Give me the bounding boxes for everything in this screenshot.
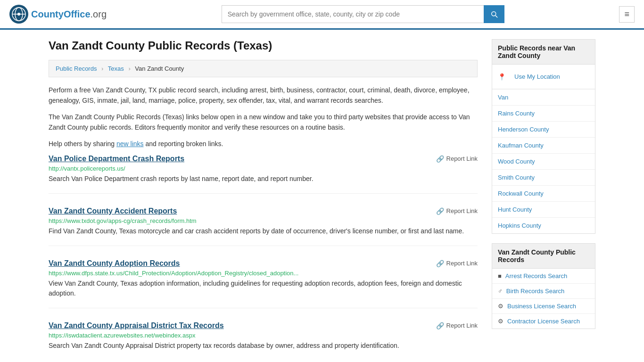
search-icon (490, 10, 498, 18)
record-title[interactable]: Van Zandt County Accident Reports (49, 207, 177, 215)
report-icon: 🔗 (436, 155, 444, 163)
search-button[interactable] (484, 5, 504, 23)
records-link[interactable]: Arrest Records Search (505, 272, 568, 280)
nearby-list-item[interactable]: Wood County (492, 154, 595, 170)
record-header: Van Zandt County Accident Reports 🔗 Repo… (49, 207, 478, 215)
records-link[interactable]: Birth Records Search (506, 288, 565, 295)
report-link-label: Report Link (446, 207, 478, 214)
nearby-list-item[interactable]: Kaufman County (492, 138, 595, 154)
nearby-link[interactable]: Rockwall County (492, 186, 595, 201)
record-desc: Search Van Zandt County Appraisal Distri… (49, 341, 478, 351)
report-link-button[interactable]: 🔗 Report Link (436, 155, 478, 163)
nearby-list-item[interactable]: Van (492, 90, 595, 106)
record-title[interactable]: Van Zandt County Appraisal District Tax … (49, 321, 224, 330)
record-header: Van Zandt County Adoption Records 🔗 Repo… (49, 259, 478, 268)
breadcrumb-public-records[interactable]: Public Records (56, 65, 97, 72)
record-desc: Search Van Police Department crash repor… (49, 174, 478, 184)
sidebar: Public Records near Van Zandt County 📍 U… (492, 39, 595, 362)
logo-icon (9, 5, 28, 24)
report-link-label: Report Link (446, 155, 478, 162)
nearby-link[interactable]: Wood County (492, 154, 595, 169)
nearby-link[interactable]: Henderson County (492, 122, 595, 137)
hamburger-button[interactable]: ≡ (619, 6, 635, 23)
records-link-item[interactable]: ■ Arrest Records Search (492, 269, 595, 284)
breadcrumb-texas[interactable]: Texas (108, 65, 124, 72)
search-area (222, 5, 504, 23)
report-link-button[interactable]: 🔗 Report Link (436, 260, 478, 267)
svg-point-4 (17, 13, 20, 16)
nearby-link[interactable]: Hopkins County (492, 218, 595, 233)
nearby-list: 📍 Use My Location VanRains CountyHenders… (492, 65, 595, 234)
content-area: Van Zandt County Public Records (Texas) … (49, 39, 478, 362)
records-link-item[interactable]: ⚙ Business License Search (492, 299, 595, 314)
records-link[interactable]: Business License Search (507, 303, 576, 310)
logo-area: CountyOffice.org (9, 5, 107, 24)
nearby-link[interactable]: Kaufman County (492, 138, 595, 153)
record-type-icon: ⚙ (498, 318, 504, 325)
records-container: Van Police Department Crash Reports 🔗 Re… (49, 155, 478, 360)
nearby-list-item[interactable]: Smith County (492, 170, 595, 186)
record-title[interactable]: Van Zandt County Adoption Records (49, 259, 180, 268)
records-list: ■ Arrest Records Search ♂ Birth Records … (492, 269, 595, 329)
description-3: Help others by sharing new links and rep… (49, 139, 478, 149)
breadcrumb-county: Van Zandt County (135, 65, 184, 72)
use-location-link[interactable]: Use My Location (509, 69, 566, 84)
nearby-section: Public Records near Van Zandt County 📍 U… (492, 39, 595, 234)
nearby-list-item[interactable]: Rains County (492, 106, 595, 122)
page-title: Van Zandt County Public Records (Texas) (49, 39, 478, 52)
nearby-list-item[interactable]: Hunt County (492, 202, 595, 218)
record-header: Van Police Department Crash Reports 🔗 Re… (49, 155, 478, 163)
records-section-title: Van Zandt County Public Records (492, 243, 595, 269)
report-icon: 🔗 (436, 260, 444, 267)
report-link-button[interactable]: 🔗 Report Link (436, 322, 478, 329)
pin-icon: 📍 (498, 73, 506, 81)
records-link-item[interactable]: ⚙ Contractor License Search (492, 314, 595, 329)
report-icon: 🔗 (436, 207, 444, 215)
record-type-icon: ♂ (498, 288, 503, 295)
records-link[interactable]: Contractor License Search (507, 318, 580, 325)
record-url[interactable]: http://vantx.policereports.us/ (49, 165, 478, 172)
record-item: Van Zandt County Appraisal District Tax … (49, 321, 478, 360)
nearby-section-title: Public Records near Van Zandt County (492, 39, 595, 65)
record-item: Van Zandt County Accident Reports 🔗 Repo… (49, 207, 478, 246)
records-section: Van Zandt County Public Records ■ Arrest… (492, 243, 595, 329)
record-desc: View Van Zandt County, Texas adoption in… (49, 279, 478, 298)
header: CountyOffice.org ≡ (0, 0, 644, 30)
record-item: Van Zandt County Adoption Records 🔗 Repo… (49, 259, 478, 308)
record-item: Van Police Department Crash Reports 🔗 Re… (49, 155, 478, 194)
record-title[interactable]: Van Police Department Crash Reports (49, 155, 184, 163)
description-1: Perform a free Van Zandt County, TX publ… (49, 85, 478, 106)
nearby-link[interactable]: Van (492, 90, 595, 105)
records-link-item[interactable]: ♂ Birth Records Search (492, 284, 595, 299)
record-desc: Find Van Zandt County, Texas motorcycle … (49, 226, 478, 236)
nearby-link[interactable]: Smith County (492, 170, 595, 185)
search-input[interactable] (222, 5, 484, 23)
report-link-label: Report Link (446, 260, 478, 267)
report-icon: 🔗 (436, 322, 444, 329)
new-links-link[interactable]: new links (116, 140, 144, 148)
nearby-link[interactable]: Rains County (492, 106, 595, 121)
record-header: Van Zandt County Appraisal District Tax … (49, 321, 478, 330)
nearby-list-item[interactable]: Rockwall County (492, 186, 595, 202)
report-link-label: Report Link (446, 322, 478, 329)
report-link-button[interactable]: 🔗 Report Link (436, 207, 478, 215)
record-url[interactable]: https://www.txdot.gov/apps-cg/crash_reco… (49, 217, 478, 224)
use-location-item[interactable]: 📍 Use My Location (492, 65, 595, 90)
record-type-icon: ■ (498, 272, 502, 280)
nearby-list-item[interactable]: Henderson County (492, 122, 595, 138)
nearby-list-item[interactable]: Hopkins County (492, 218, 595, 233)
record-url[interactable]: https://www.dfps.state.tx.us/Child_Prote… (49, 270, 478, 277)
breadcrumb: Public Records › Texas › Van Zandt Count… (49, 60, 478, 77)
nearby-link[interactable]: Hunt County (492, 202, 595, 217)
logo-text: CountyOffice.org (31, 9, 107, 20)
record-type-icon: ⚙ (498, 303, 504, 310)
description-2: The Van Zandt County Public Records (Tex… (49, 112, 478, 133)
main-container: Van Zandt County Public Records (Texas) … (39, 30, 605, 362)
record-url[interactable]: https://iswdataclient.azurewebsites.net/… (49, 332, 478, 339)
